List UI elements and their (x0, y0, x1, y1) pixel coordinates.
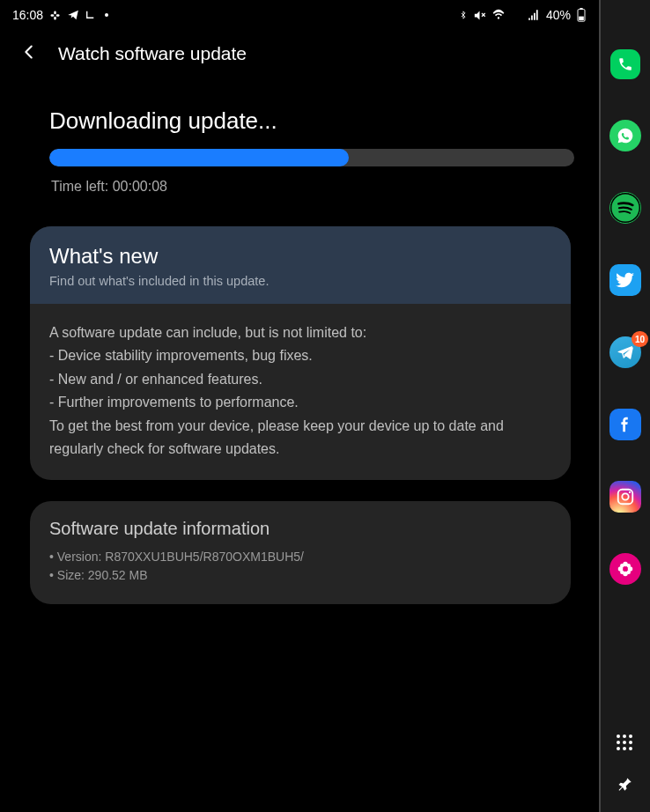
svg-rect-0 (51, 14, 55, 17)
spotify-app-icon[interactable] (609, 192, 641, 224)
phone-app-icon[interactable] (610, 49, 640, 79)
main-screen: 16:08 40% (0, 0, 599, 812)
mute-icon (473, 9, 486, 22)
gallery-app-icon[interactable] (609, 553, 641, 585)
facebook-app-icon[interactable] (609, 409, 641, 440)
whats-new-bullet-3: - Further improvements to performance. (49, 391, 551, 414)
progress-container (49, 149, 574, 166)
app-status-icon (85, 10, 96, 21)
svg-rect-2 (54, 11, 56, 14)
svg-point-21 (624, 567, 627, 571)
status-left: 16:08 (12, 8, 108, 22)
update-info-card: Software update information • Version: R… (30, 501, 571, 604)
svg-point-18 (626, 564, 631, 568)
whats-new-title: What's new (49, 244, 551, 269)
pin-icon[interactable] (617, 777, 633, 796)
back-icon[interactable] (19, 42, 39, 65)
svg-point-12 (629, 491, 631, 493)
whats-new-bullet-2: - New and / or enhanced features. (49, 368, 551, 391)
battery-percent: 40% (546, 8, 571, 22)
time-left: Time left: 00:00:08 (51, 179, 580, 195)
battery-icon (576, 8, 587, 22)
page-title: Watch software update (58, 43, 247, 64)
whats-new-header[interactable]: What's new Find out what's included in t… (30, 226, 571, 304)
telegram-status-icon (67, 9, 79, 21)
slack-icon (48, 9, 62, 22)
download-section: Downloading update... Time left: 00:00:0… (0, 107, 599, 195)
status-right: 40% (459, 8, 587, 22)
svg-point-17 (620, 564, 624, 568)
apps-grid-icon[interactable] (617, 734, 634, 752)
status-bar: 16:08 40% (0, 0, 599, 30)
svg-point-19 (620, 570, 624, 574)
downloading-title: Downloading update... (49, 107, 580, 135)
dot-icon (105, 13, 108, 17)
bluetooth-icon (459, 9, 468, 21)
update-version: • Version: R870XXU1BUH5/R870OXM1BUH5/ (49, 548, 551, 566)
time-left-value: 00:00:08 (113, 179, 167, 194)
whats-new-card: What's new Find out what's included in t… (30, 226, 571, 480)
whats-new-body: A software update can include, but is no… (30, 304, 571, 480)
instagram-app-icon[interactable] (609, 481, 641, 513)
telegram-app-icon[interactable]: 10 (609, 336, 641, 368)
svg-point-11 (622, 493, 628, 499)
whats-new-intro: A software update can include, but is no… (49, 321, 551, 344)
svg-rect-1 (56, 14, 60, 17)
whats-new-outro: To get the best from your device, please… (49, 415, 551, 461)
svg-rect-3 (54, 16, 56, 19)
header: Watch software update (0, 30, 599, 83)
clock: 16:08 (12, 8, 43, 22)
edge-panel-controls (617, 734, 634, 796)
update-info-title: Software update information (49, 519, 551, 539)
progress-bar (49, 149, 574, 166)
cards: What's new Find out what's included in t… (0, 226, 599, 604)
progress-fill (49, 149, 349, 166)
telegram-badge: 10 (632, 331, 648, 347)
time-left-label: Time left: (51, 179, 113, 194)
svg-rect-8 (579, 17, 584, 20)
whats-new-bullet-1: - Device stability improvements, bug fix… (49, 344, 551, 367)
wifi-icon (491, 9, 506, 21)
svg-point-20 (626, 570, 631, 574)
whatsapp-app-icon[interactable] (609, 120, 641, 151)
signal-icon (527, 9, 541, 21)
update-size: • Size: 290.52 MB (49, 566, 551, 585)
whats-new-subtitle: Find out what's included in this update. (49, 274, 551, 288)
edge-panel[interactable]: 10 (599, 0, 650, 812)
svg-rect-7 (580, 8, 582, 10)
twitter-app-icon[interactable] (609, 264, 641, 296)
